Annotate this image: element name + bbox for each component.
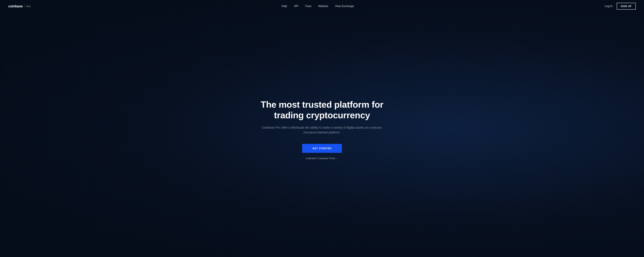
nav-item-fees[interactable]: Fees — [306, 5, 312, 8]
login-button[interactable]: Log In — [605, 5, 612, 8]
logo-wordmark: coinbase — [8, 4, 23, 8]
site-header: coinbase Pro Help API Fees Markets View … — [0, 0, 644, 12]
nav-item-api[interactable]: API — [294, 5, 298, 8]
signup-button[interactable]: SIGN UP — [617, 3, 636, 10]
hero-subtitle: Coinbase Pro offers individuals the abil… — [255, 125, 389, 135]
get-started-button[interactable]: GET STARTED — [302, 144, 342, 153]
logo-area: coinbase Pro — [8, 4, 30, 8]
page-wrapper: coinbase Pro Help API Fees Markets View … — [0, 0, 644, 257]
main-nav: Help API Fees Markets View Exchange — [282, 5, 354, 8]
hero-section: The most trusted platform for trading cr… — [0, 12, 644, 257]
logo-pro: Pro — [26, 5, 30, 8]
header-actions: Log In SIGN UP — [605, 3, 636, 10]
hero-title: The most trusted platform for trading cr… — [245, 99, 400, 120]
nav-item-help[interactable]: Help — [282, 5, 287, 8]
institution-link[interactable]: Institution? Coinbase Prime → — [306, 157, 338, 160]
nav-item-markets[interactable]: Markets — [318, 5, 328, 8]
nav-item-view-exchange[interactable]: View Exchange — [335, 5, 354, 8]
